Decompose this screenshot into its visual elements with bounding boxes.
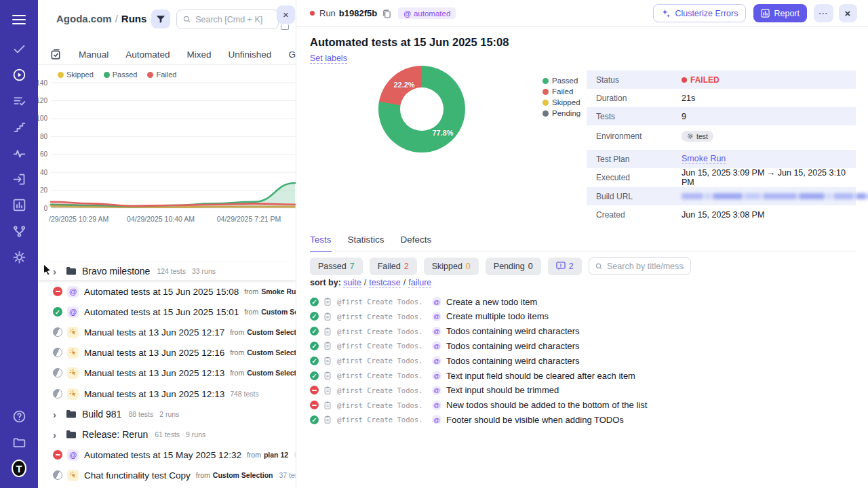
test-result-row[interactable]: @first Create Todos...@Text input should… — [310, 383, 857, 398]
runs-search[interactable] — [176, 9, 279, 29]
projects-folder-icon[interactable] — [12, 435, 26, 450]
sort-testcase-link[interactable]: testcase — [369, 278, 401, 288]
failed-dot-icon — [682, 77, 687, 83]
filter-button[interactable] — [151, 9, 170, 28]
tab-tests[interactable]: Tests — [310, 235, 332, 252]
legend-skipped: Skipped — [552, 98, 580, 106]
suite-name: @first Create Todos... — [337, 415, 422, 424]
result-filter-chips: Passed7 Failed2 Skipped0 Pending0 2 — [310, 257, 691, 275]
tab-automated[interactable]: Automated — [125, 49, 170, 60]
test-result-row[interactable]: ✓@first Create Todos...@Todos containing… — [310, 353, 857, 368]
svg-text:04/29/2025 10:40 AM: 04/29/2025 10:40 AM — [127, 215, 195, 223]
import-icon[interactable] — [12, 171, 26, 186]
tests-count: 88 tests — [128, 410, 153, 418]
run-list-item[interactable]: @ Automated tests at 15 Jun 2025 15:08 f… — [38, 283, 296, 300]
passed-status-icon: ✓ — [310, 415, 319, 424]
tab-defects[interactable]: Defects — [401, 235, 432, 252]
run-list-item[interactable]: Manual tests at 13 Jun 2025 12:13 748 te… — [38, 385, 296, 403]
passed-percent-label: 77.8% — [432, 129, 453, 137]
sort-suite-link[interactable]: suite — [343, 278, 361, 288]
report-label: Report — [774, 9, 800, 18]
run-list-item[interactable]: Chat functinality test Copy from Custom … — [38, 466, 296, 484]
run-title-heading: Automated tests at 15 Jun 2025 15:08 — [310, 36, 509, 49]
tabs-divider — [310, 251, 856, 251]
panel-dock-icon[interactable] — [281, 24, 289, 30]
more-actions-button[interactable]: ··· — [814, 4, 833, 22]
copy-icon[interactable] — [382, 9, 391, 18]
sparkles-icon — [661, 9, 671, 18]
run-list-item[interactable]: Manual tests at 13 Jun 2025 12:13 from C… — [38, 364, 296, 382]
tests-check-icon[interactable] — [12, 41, 26, 56]
breadcrumb-project[interactable]: Agoda.com — [56, 13, 112, 24]
test-result-row[interactable]: ✓@first Create Todos...@Todos containing… — [310, 324, 857, 339]
suite-name: @first Create Todos... — [337, 357, 422, 365]
analytics-chart-icon[interactable] — [12, 197, 26, 212]
breadcrumb-page: Runs — [121, 13, 147, 24]
test-result-row[interactable]: @first Create Todos...@New todos should … — [310, 398, 857, 413]
from-label: from — [247, 451, 261, 459]
tab-unfinished[interactable]: Unfinished — [229, 49, 272, 60]
detail-value: Jun 15, 2025 3:08 PM — [682, 210, 764, 220]
run-list-item[interactable]: Manual tests at 13 Jun 2025 12:17 from C… — [38, 323, 296, 341]
close-run-button[interactable]: × — [839, 4, 857, 22]
test-result-row[interactable]: ✓@first Create Todos...@Create a new tod… — [310, 294, 857, 309]
run-list-item[interactable]: ✓ @ Automated tests at 15 Jun 2025 15:01… — [38, 303, 296, 321]
branches-icon[interactable] — [12, 224, 26, 239]
test-result-row[interactable]: ✓@first Create Todos...@Create multiple … — [310, 309, 857, 324]
chevron-right-icon[interactable]: › — [53, 429, 62, 441]
help-icon[interactable] — [12, 409, 26, 424]
sort-label: sort by: — [310, 278, 341, 287]
clipboard-icon — [323, 327, 333, 336]
milestones-steps-icon[interactable] — [12, 120, 26, 135]
run-group-row[interactable]: › Bravo milestone 124 tests 33 runs — [38, 262, 296, 280]
results-donut-chart: 22.2% 77.8% — [378, 66, 465, 152]
report-button[interactable]: Report — [753, 4, 807, 22]
detail-label: Executed — [596, 173, 682, 182]
search-input[interactable] — [195, 15, 272, 24]
settings-gear-icon[interactable] — [12, 249, 26, 264]
run-group-row[interactable]: › Build 981 88 tests 2 runs — [38, 405, 296, 423]
manual-icon — [67, 388, 79, 400]
app-logo[interactable]: T — [12, 460, 26, 477]
tab-mixed[interactable]: Mixed — [187, 49, 212, 60]
suite-name: @first Create Todos... — [337, 298, 422, 306]
run-list-item[interactable]: @ Automated tests at 15 May 2025 12:32 f… — [38, 446, 296, 464]
skipped-filter-chip[interactable]: Skipped0 — [424, 258, 479, 275]
tests-search[interactable] — [589, 257, 691, 275]
results-tabs: Tests Statistics Defects — [310, 235, 431, 252]
hamburger-menu-icon[interactable] — [12, 12, 26, 27]
sort-failure-link[interactable]: failure — [408, 278, 431, 288]
pulse-icon[interactable] — [12, 146, 26, 161]
tab-groups[interactable]: Groups — [288, 49, 296, 60]
run-group-row[interactable]: › Release: Rerun 61 tests 9 runs — [38, 426, 296, 443]
chevron-right-icon[interactable]: › — [53, 266, 62, 277]
test-plan-link[interactable]: Smoke Run — [682, 154, 726, 164]
run-details-panel: Run b1982f5b @automated Clusterize Error… — [296, 0, 868, 488]
automated-icon: @ — [67, 286, 79, 298]
runs-play-icon[interactable] — [12, 67, 26, 82]
detail-label: Build URL — [596, 192, 682, 201]
test-result-row[interactable]: ✓@first Create Todos...@Todos containing… — [310, 338, 857, 353]
run-list-item[interactable]: Manual tests at 13 Jun 2025 12:16 from C… — [38, 344, 296, 361]
failed-filter-chip[interactable]: Failed2 — [370, 258, 417, 275]
chevron-right-icon[interactable]: › — [53, 409, 62, 420]
tab-statistics[interactable]: Statistics — [348, 235, 384, 252]
comments-filter-chip[interactable]: 2 — [548, 258, 582, 275]
breadcrumb: Agoda.com/Runs — [56, 13, 146, 24]
failed-dot — [542, 89, 549, 95]
test-result-row[interactable]: ✓@first Create Todos...@Footer should be… — [310, 412, 857, 427]
pending-filter-chip[interactable]: Pending0 — [486, 258, 541, 275]
panel-close-button[interactable]: × — [277, 5, 295, 24]
tests-search-input[interactable] — [607, 262, 684, 271]
test-result-row[interactable]: ✓@first Create Todos...@Text input field… — [310, 368, 857, 383]
passed-filter-chip[interactable]: Passed7 — [310, 258, 363, 275]
redacted-build-url — [682, 193, 868, 199]
partial-status-icon — [53, 368, 62, 378]
clipboard-icon — [323, 371, 333, 380]
clusterize-errors-button[interactable]: Clusterize Errors — [653, 4, 746, 22]
select-all-icon[interactable] — [50, 49, 62, 60]
test-plans-icon[interactable] — [12, 94, 26, 108]
set-labels-link[interactable]: Set labels — [310, 54, 347, 64]
tab-manual[interactable]: Manual — [79, 49, 108, 60]
failed-status-icon — [310, 401, 319, 409]
